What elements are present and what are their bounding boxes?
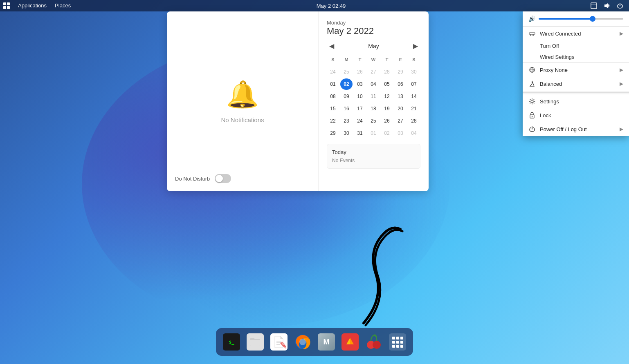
lock-row[interactable]: Lock: [523, 108, 629, 122]
power-profile-arrow: ▶: [620, 81, 623, 87]
network-row[interactable]: Wired Connected ▶: [523, 27, 629, 40]
cal-day-cell[interactable]: 07: [408, 78, 420, 90]
cal-day-cell[interactable]: 22: [327, 115, 339, 127]
power-icon-btn[interactable]: [614, 0, 626, 11]
cal-header-cell: F: [394, 54, 407, 65]
dnd-label: Do Not Disturb: [175, 176, 210, 182]
terminal-icon: $_: [223, 333, 240, 351]
cal-day-cell[interactable]: 31: [354, 127, 366, 139]
cal-day-cell[interactable]: 05: [381, 78, 393, 90]
svg-point-11: [531, 100, 533, 103]
network-label: Wired Connected: [540, 31, 616, 37]
cherry-svg: [365, 333, 382, 351]
cal-day-cell[interactable]: 09: [340, 91, 353, 102]
network-icon: [528, 30, 536, 37]
files-icon: [247, 333, 264, 351]
cal-day-cell[interactable]: 17: [354, 103, 366, 114]
cal-day-cell[interactable]: 30: [408, 66, 420, 78]
cal-day-cell[interactable]: 30: [340, 127, 353, 139]
dock-app-grid[interactable]: [387, 331, 408, 353]
cal-day-cell[interactable]: 27: [367, 66, 380, 78]
cal-day-cell[interactable]: 03: [354, 78, 366, 90]
cal-day-cell[interactable]: 28: [408, 115, 420, 127]
dock-firefox[interactable]: [292, 331, 313, 353]
burp-icon: [341, 333, 359, 351]
cal-day-cell[interactable]: 26: [354, 66, 366, 78]
cal-day-cell[interactable]: 28: [381, 66, 393, 78]
separator-3: [523, 92, 629, 93]
cal-day-cell[interactable]: 12: [381, 91, 393, 102]
wired-settings-item[interactable]: Wired Settings: [523, 51, 629, 63]
dock-terminal[interactable]: $_: [221, 331, 242, 353]
cal-day-cell[interactable]: 19: [381, 103, 393, 114]
window-icon: [591, 2, 597, 9]
cal-day-cell[interactable]: 23: [340, 115, 353, 127]
prev-month-button[interactable]: ◀: [327, 41, 337, 51]
cal-day-cell[interactable]: 27: [394, 115, 407, 127]
cal-day-cell[interactable]: 29: [327, 127, 339, 139]
datetime-button[interactable]: May 2 02:49: [312, 0, 351, 11]
cal-day-cell[interactable]: 04: [408, 127, 420, 139]
cal-day-cell[interactable]: 21: [408, 103, 420, 114]
proxy-row[interactable]: Proxy None ▶: [523, 63, 629, 77]
cal-day-cell[interactable]: 01: [327, 78, 339, 90]
cal-day-cell[interactable]: 11: [367, 91, 380, 102]
desktop: Applications Places May 2 02:49: [0, 0, 629, 364]
turn-off-item[interactable]: Turn Off: [523, 40, 629, 51]
next-month-button[interactable]: ▶: [411, 41, 420, 51]
dnd-row: Do Not Disturb: [175, 174, 231, 183]
svg-point-18: [299, 339, 306, 345]
dock-burpsuite[interactable]: [339, 331, 361, 353]
svg-rect-3: [529, 33, 535, 34]
power-profile-row[interactable]: Balanced ▶: [523, 77, 629, 91]
cal-header-cell: T: [354, 54, 366, 65]
cal-day-cell[interactable]: 01: [367, 127, 380, 139]
cal-day-cell[interactable]: 04: [367, 78, 380, 90]
power-off-icon: [528, 125, 536, 133]
calendar-full-date: May 2 2022: [327, 26, 420, 36]
month-label: May: [368, 43, 379, 49]
dock-marktext[interactable]: M: [316, 331, 337, 353]
applications-menu[interactable]: Applications: [15, 0, 50, 11]
cal-day-cell[interactable]: 25: [340, 66, 353, 78]
cal-day-cell[interactable]: 13: [394, 91, 407, 102]
places-menu[interactable]: Places: [52, 0, 74, 11]
dnd-toggle[interactable]: [215, 174, 231, 183]
cal-day-cell[interactable]: 25: [367, 115, 380, 127]
cal-day-cell[interactable]: 06: [394, 78, 407, 90]
firefox-icon: [294, 333, 311, 351]
activities-icon[interactable]: [3, 2, 10, 9]
cal-day-cell[interactable]: 16: [340, 103, 353, 114]
svg-rect-0: [591, 3, 597, 9]
cal-day-cell[interactable]: 29: [394, 66, 407, 78]
cal-day-cell[interactable]: 24: [327, 66, 339, 78]
volume-slider[interactable]: [539, 18, 623, 20]
cal-day-cell[interactable]: 20: [394, 103, 407, 114]
cal-day-cell[interactable]: 02: [340, 78, 353, 90]
dock-cherry[interactable]: [363, 331, 384, 353]
cal-day-cell[interactable]: 03: [394, 127, 407, 139]
dock-text-editor[interactable]: ✎: [268, 331, 290, 353]
proxy-svg-icon: [529, 67, 535, 73]
svg-point-20: [373, 341, 381, 349]
cal-day-cell[interactable]: 10: [354, 91, 366, 102]
cal-day-cell[interactable]: 02: [381, 127, 393, 139]
settings-row[interactable]: Settings: [523, 94, 629, 108]
power-off-row[interactable]: Power Off / Log Out ▶: [523, 122, 629, 136]
today-events: Today No Events: [327, 144, 420, 169]
cal-day-cell[interactable]: 15: [327, 103, 339, 114]
window-icon-btn[interactable]: [588, 0, 600, 11]
cal-day-cell[interactable]: 26: [381, 115, 393, 127]
dock-files[interactable]: [245, 331, 266, 353]
power-icon: [617, 2, 623, 9]
cal-day-cell[interactable]: 24: [354, 115, 366, 127]
bell-icon: 🔔: [226, 79, 259, 110]
cal-day-cell[interactable]: 08: [327, 91, 339, 102]
cal-day-cell[interactable]: 14: [408, 91, 420, 102]
poweroff-svg-icon: [529, 126, 535, 132]
wired-icon: [529, 30, 535, 37]
volume-icon-btn[interactable]: [601, 0, 613, 11]
topbar: Applications Places May 2 02:49: [0, 0, 629, 11]
proxy-label: Proxy None: [540, 67, 616, 73]
cal-day-cell[interactable]: 18: [367, 103, 380, 114]
